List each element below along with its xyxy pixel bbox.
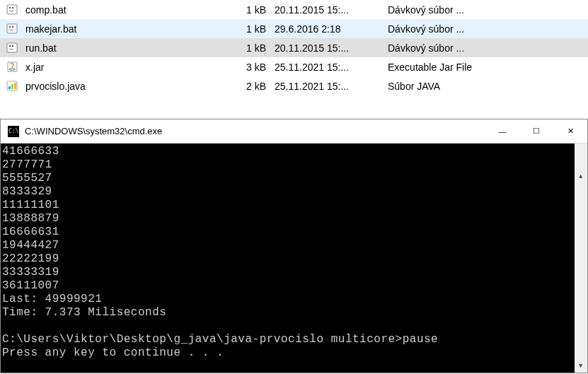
file-type: Dávkový súbor ... <box>388 42 588 54</box>
java-icon <box>6 79 20 93</box>
file-row[interactable]: comp.bat1 kB20.11.2015 15:...Dávkový súb… <box>0 0 588 19</box>
cmd-icon <box>8 126 19 137</box>
file-row[interactable]: x.jar3 kB25.11.2021 15:...Executable Jar… <box>0 57 588 76</box>
file-name: run.bat <box>25 42 57 54</box>
file-size: 2 kB <box>232 81 275 92</box>
file-name: x.jar <box>25 62 44 73</box>
file-size: 1 kB <box>232 4 275 16</box>
svg-rect-0 <box>7 5 17 14</box>
file-size: 1 kB <box>232 42 275 54</box>
titlebar[interactable]: C:\WINDOWS\system32\cmd.exe — ☐ ✕ <box>1 119 587 144</box>
file-size: 3 kB <box>232 62 275 73</box>
jar-icon <box>6 60 20 74</box>
svg-point-1 <box>9 6 11 8</box>
scroll-up-button[interactable]: ▲ <box>575 170 587 183</box>
svg-rect-12 <box>8 86 11 89</box>
file-list: comp.bat1 kB20.11.2015 15:...Dávkový súb… <box>0 0 588 95</box>
svg-point-2 <box>12 6 13 8</box>
bat-icon <box>6 3 20 17</box>
bat-icon <box>6 41 20 55</box>
file-name: makejar.bat <box>25 23 76 35</box>
file-type: Súbor JAVA <box>388 81 588 92</box>
window-title: C:\WINDOWS\system32\cmd.exe <box>25 126 485 136</box>
svg-rect-3 <box>7 24 17 33</box>
file-row[interactable]: run.bat1 kB20.11.2015 15:...Dávkový súbo… <box>0 38 588 57</box>
window-controls: — ☐ ✕ <box>485 119 587 143</box>
file-date: 20.11.2015 15:... <box>275 4 388 16</box>
scroll-down-button[interactable]: ▼ <box>575 360 587 373</box>
file-date: 20.11.2015 15:... <box>275 42 388 54</box>
cmd-output: 41666633 2777771 5555527 8333329 1111110… <box>1 144 438 360</box>
file-type: Executable Jar File <box>388 62 588 73</box>
scrollbar[interactable]: ▲ ▼ <box>575 144 587 373</box>
svg-rect-6 <box>7 43 17 52</box>
close-button[interactable]: ✕ <box>553 119 587 143</box>
file-date: 29.6.2016 2:18 <box>275 23 388 35</box>
svg-point-4 <box>9 25 11 27</box>
svg-point-7 <box>9 45 11 46</box>
file-type: Dávkový súbor ... <box>388 23 588 35</box>
file-date: 25.11.2021 15:... <box>275 81 388 92</box>
file-type: Dávkový súbor ... <box>388 4 588 16</box>
file-row[interactable]: prvocislo.java2 kB25.11.2021 15:...Súbor… <box>0 76 588 95</box>
svg-point-8 <box>12 45 13 46</box>
minimize-button[interactable]: — <box>485 119 519 143</box>
file-name: comp.bat <box>25 4 67 16</box>
cmd-body[interactable]: 41666633 2777771 5555527 8333329 1111110… <box>1 144 587 373</box>
svg-rect-13 <box>11 84 13 89</box>
file-size: 1 kB <box>232 23 275 35</box>
file-row[interactable]: makejar.bat1 kB29.6.2016 2:18Dávkový súb… <box>0 19 588 38</box>
maximize-button[interactable]: ☐ <box>519 119 553 143</box>
svg-rect-14 <box>14 83 16 89</box>
bat-icon <box>6 22 20 36</box>
cmd-window: C:\WINDOWS\system32\cmd.exe — ☐ ✕ 416666… <box>0 119 588 373</box>
file-name: prvocislo.java <box>25 81 86 92</box>
file-date: 25.11.2021 15:... <box>275 62 388 73</box>
svg-point-5 <box>12 25 13 27</box>
